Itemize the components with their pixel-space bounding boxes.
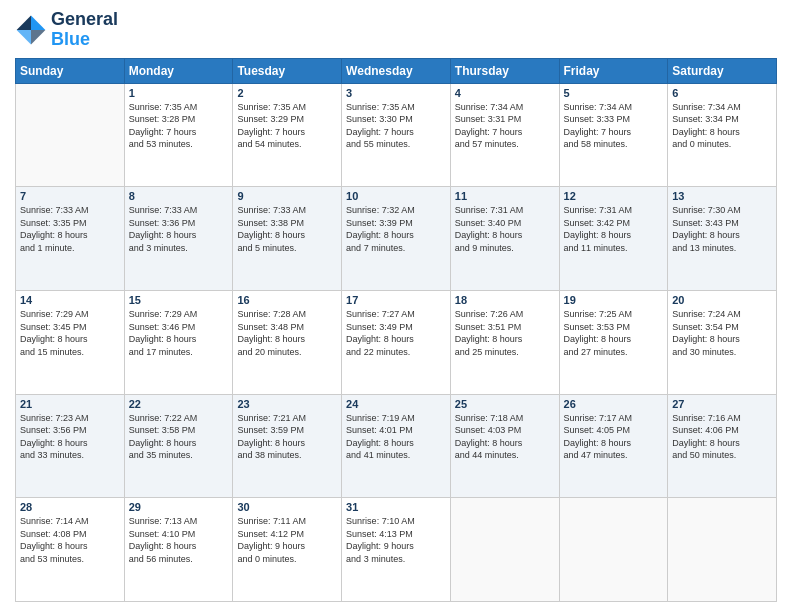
day-info: Sunrise: 7:10 AM Sunset: 4:13 PM Dayligh… bbox=[346, 515, 446, 565]
calendar-cell: 20Sunrise: 7:24 AM Sunset: 3:54 PM Dayli… bbox=[668, 290, 777, 394]
day-number: 8 bbox=[129, 190, 229, 202]
calendar-week-row: 1Sunrise: 7:35 AM Sunset: 3:28 PM Daylig… bbox=[16, 83, 777, 187]
day-info: Sunrise: 7:28 AM Sunset: 3:48 PM Dayligh… bbox=[237, 308, 337, 358]
day-number: 5 bbox=[564, 87, 664, 99]
weekday-header-saturday: Saturday bbox=[668, 58, 777, 83]
calendar-cell: 19Sunrise: 7:25 AM Sunset: 3:53 PM Dayli… bbox=[559, 290, 668, 394]
svg-marker-2 bbox=[17, 30, 31, 44]
day-info: Sunrise: 7:33 AM Sunset: 3:35 PM Dayligh… bbox=[20, 204, 120, 254]
day-number: 31 bbox=[346, 501, 446, 513]
day-number: 2 bbox=[237, 87, 337, 99]
calendar-cell: 9Sunrise: 7:33 AM Sunset: 3:38 PM Daylig… bbox=[233, 187, 342, 291]
day-info: Sunrise: 7:21 AM Sunset: 3:59 PM Dayligh… bbox=[237, 412, 337, 462]
day-number: 21 bbox=[20, 398, 120, 410]
calendar-cell: 30Sunrise: 7:11 AM Sunset: 4:12 PM Dayli… bbox=[233, 498, 342, 602]
calendar-cell bbox=[16, 83, 125, 187]
calendar-cell: 24Sunrise: 7:19 AM Sunset: 4:01 PM Dayli… bbox=[342, 394, 451, 498]
day-number: 14 bbox=[20, 294, 120, 306]
day-info: Sunrise: 7:23 AM Sunset: 3:56 PM Dayligh… bbox=[20, 412, 120, 462]
day-info: Sunrise: 7:19 AM Sunset: 4:01 PM Dayligh… bbox=[346, 412, 446, 462]
calendar-table: SundayMondayTuesdayWednesdayThursdayFrid… bbox=[15, 58, 777, 602]
day-info: Sunrise: 7:17 AM Sunset: 4:05 PM Dayligh… bbox=[564, 412, 664, 462]
day-number: 7 bbox=[20, 190, 120, 202]
svg-marker-1 bbox=[17, 15, 31, 29]
svg-marker-0 bbox=[31, 15, 45, 29]
logo-line2: Blue bbox=[51, 30, 118, 50]
header: General Blue bbox=[15, 10, 777, 50]
day-number: 18 bbox=[455, 294, 555, 306]
calendar-cell: 6Sunrise: 7:34 AM Sunset: 3:34 PM Daylig… bbox=[668, 83, 777, 187]
day-number: 23 bbox=[237, 398, 337, 410]
calendar-cell: 3Sunrise: 7:35 AM Sunset: 3:30 PM Daylig… bbox=[342, 83, 451, 187]
day-number: 17 bbox=[346, 294, 446, 306]
day-number: 9 bbox=[237, 190, 337, 202]
day-number: 30 bbox=[237, 501, 337, 513]
calendar-cell: 31Sunrise: 7:10 AM Sunset: 4:13 PM Dayli… bbox=[342, 498, 451, 602]
day-info: Sunrise: 7:34 AM Sunset: 3:34 PM Dayligh… bbox=[672, 101, 772, 151]
day-info: Sunrise: 7:34 AM Sunset: 3:33 PM Dayligh… bbox=[564, 101, 664, 151]
logo-line1: General bbox=[51, 10, 118, 30]
day-info: Sunrise: 7:31 AM Sunset: 3:42 PM Dayligh… bbox=[564, 204, 664, 254]
day-number: 10 bbox=[346, 190, 446, 202]
calendar-cell: 28Sunrise: 7:14 AM Sunset: 4:08 PM Dayli… bbox=[16, 498, 125, 602]
day-number: 3 bbox=[346, 87, 446, 99]
calendar-week-row: 7Sunrise: 7:33 AM Sunset: 3:35 PM Daylig… bbox=[16, 187, 777, 291]
day-info: Sunrise: 7:13 AM Sunset: 4:10 PM Dayligh… bbox=[129, 515, 229, 565]
calendar-cell: 5Sunrise: 7:34 AM Sunset: 3:33 PM Daylig… bbox=[559, 83, 668, 187]
calendar-week-row: 28Sunrise: 7:14 AM Sunset: 4:08 PM Dayli… bbox=[16, 498, 777, 602]
day-info: Sunrise: 7:35 AM Sunset: 3:28 PM Dayligh… bbox=[129, 101, 229, 151]
calendar-cell: 25Sunrise: 7:18 AM Sunset: 4:03 PM Dayli… bbox=[450, 394, 559, 498]
day-number: 26 bbox=[564, 398, 664, 410]
calendar-cell: 4Sunrise: 7:34 AM Sunset: 3:31 PM Daylig… bbox=[450, 83, 559, 187]
day-number: 13 bbox=[672, 190, 772, 202]
day-number: 27 bbox=[672, 398, 772, 410]
calendar-week-row: 21Sunrise: 7:23 AM Sunset: 3:56 PM Dayli… bbox=[16, 394, 777, 498]
calendar-cell: 12Sunrise: 7:31 AM Sunset: 3:42 PM Dayli… bbox=[559, 187, 668, 291]
day-number: 16 bbox=[237, 294, 337, 306]
logo-icon bbox=[15, 14, 47, 46]
weekday-header-thursday: Thursday bbox=[450, 58, 559, 83]
calendar-cell: 29Sunrise: 7:13 AM Sunset: 4:10 PM Dayli… bbox=[124, 498, 233, 602]
day-info: Sunrise: 7:30 AM Sunset: 3:43 PM Dayligh… bbox=[672, 204, 772, 254]
calendar-week-row: 14Sunrise: 7:29 AM Sunset: 3:45 PM Dayli… bbox=[16, 290, 777, 394]
day-number: 20 bbox=[672, 294, 772, 306]
day-number: 4 bbox=[455, 87, 555, 99]
weekday-header-wednesday: Wednesday bbox=[342, 58, 451, 83]
day-info: Sunrise: 7:31 AM Sunset: 3:40 PM Dayligh… bbox=[455, 204, 555, 254]
day-info: Sunrise: 7:32 AM Sunset: 3:39 PM Dayligh… bbox=[346, 204, 446, 254]
day-info: Sunrise: 7:11 AM Sunset: 4:12 PM Dayligh… bbox=[237, 515, 337, 565]
calendar-cell: 2Sunrise: 7:35 AM Sunset: 3:29 PM Daylig… bbox=[233, 83, 342, 187]
calendar-cell: 22Sunrise: 7:22 AM Sunset: 3:58 PM Dayli… bbox=[124, 394, 233, 498]
svg-marker-3 bbox=[31, 30, 45, 44]
day-info: Sunrise: 7:27 AM Sunset: 3:49 PM Dayligh… bbox=[346, 308, 446, 358]
day-number: 11 bbox=[455, 190, 555, 202]
calendar-cell: 7Sunrise: 7:33 AM Sunset: 3:35 PM Daylig… bbox=[16, 187, 125, 291]
logo: General Blue bbox=[15, 10, 118, 50]
day-info: Sunrise: 7:24 AM Sunset: 3:54 PM Dayligh… bbox=[672, 308, 772, 358]
day-number: 22 bbox=[129, 398, 229, 410]
day-number: 28 bbox=[20, 501, 120, 513]
weekday-header-tuesday: Tuesday bbox=[233, 58, 342, 83]
day-info: Sunrise: 7:33 AM Sunset: 3:38 PM Dayligh… bbox=[237, 204, 337, 254]
calendar-cell: 18Sunrise: 7:26 AM Sunset: 3:51 PM Dayli… bbox=[450, 290, 559, 394]
day-info: Sunrise: 7:22 AM Sunset: 3:58 PM Dayligh… bbox=[129, 412, 229, 462]
day-info: Sunrise: 7:29 AM Sunset: 3:46 PM Dayligh… bbox=[129, 308, 229, 358]
page: General Blue SundayMondayTuesdayWednesda… bbox=[0, 0, 792, 612]
day-info: Sunrise: 7:29 AM Sunset: 3:45 PM Dayligh… bbox=[20, 308, 120, 358]
calendar-cell: 17Sunrise: 7:27 AM Sunset: 3:49 PM Dayli… bbox=[342, 290, 451, 394]
day-number: 12 bbox=[564, 190, 664, 202]
calendar-cell: 15Sunrise: 7:29 AM Sunset: 3:46 PM Dayli… bbox=[124, 290, 233, 394]
day-info: Sunrise: 7:35 AM Sunset: 3:29 PM Dayligh… bbox=[237, 101, 337, 151]
day-number: 19 bbox=[564, 294, 664, 306]
calendar-cell: 16Sunrise: 7:28 AM Sunset: 3:48 PM Dayli… bbox=[233, 290, 342, 394]
day-number: 25 bbox=[455, 398, 555, 410]
calendar-cell: 1Sunrise: 7:35 AM Sunset: 3:28 PM Daylig… bbox=[124, 83, 233, 187]
calendar-cell: 10Sunrise: 7:32 AM Sunset: 3:39 PM Dayli… bbox=[342, 187, 451, 291]
day-info: Sunrise: 7:34 AM Sunset: 3:31 PM Dayligh… bbox=[455, 101, 555, 151]
logo-text: General Blue bbox=[51, 10, 118, 50]
day-info: Sunrise: 7:33 AM Sunset: 3:36 PM Dayligh… bbox=[129, 204, 229, 254]
day-number: 29 bbox=[129, 501, 229, 513]
day-info: Sunrise: 7:25 AM Sunset: 3:53 PM Dayligh… bbox=[564, 308, 664, 358]
day-info: Sunrise: 7:16 AM Sunset: 4:06 PM Dayligh… bbox=[672, 412, 772, 462]
calendar-cell: 14Sunrise: 7:29 AM Sunset: 3:45 PM Dayli… bbox=[16, 290, 125, 394]
